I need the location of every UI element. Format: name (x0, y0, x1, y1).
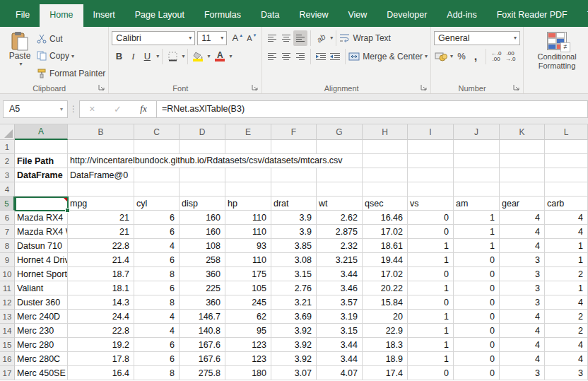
cell-B9[interactable]: 21.4 (68, 253, 134, 267)
cell-L11[interactable]: 1 (545, 281, 588, 295)
cell-A17[interactable]: Merc 450SE (15, 366, 68, 380)
font-dialog-launcher-icon[interactable] (252, 84, 259, 91)
cell-K4[interactable] (500, 182, 545, 197)
increase-decimal-button[interactable]: ←.0 .00 (489, 49, 503, 64)
cell-D10[interactable]: 360 (180, 267, 225, 281)
cell-F4[interactable] (271, 182, 317, 197)
cell-H13[interactable]: 20 (363, 310, 408, 324)
cell-I15[interactable]: 1 (408, 338, 454, 352)
cell-E9[interactable]: 110 (225, 253, 271, 267)
cell-K10[interactable]: 3 (500, 267, 545, 281)
cell-D5[interactable]: disp (180, 197, 225, 211)
font-name-select[interactable]: Calibri ▾ (112, 31, 195, 45)
cell-F11[interactable]: 2.76 (271, 281, 317, 295)
number-format-select[interactable]: General ▾ (434, 31, 520, 45)
font-color-button[interactable]: A (213, 49, 227, 64)
row-header-11[interactable]: 11 (0, 281, 15, 295)
cell-K16[interactable]: 4 (500, 352, 545, 366)
cell-G15[interactable]: 3.44 (317, 338, 363, 352)
column-header-g[interactable]: G (317, 124, 363, 140)
orientation-button[interactable]: ab (314, 30, 328, 46)
cell-D8[interactable]: 108 (180, 239, 225, 253)
tab-add-ins[interactable]: Add-ins (437, 4, 486, 27)
cell-E4[interactable] (225, 182, 271, 197)
cell-D16[interactable]: 167.6 (180, 352, 225, 366)
column-header-a[interactable]: A (15, 124, 68, 140)
cell-G11[interactable]: 3.46 (317, 281, 363, 295)
cell-I17[interactable]: 0 (408, 366, 454, 380)
column-header-l[interactable]: L (545, 124, 588, 140)
cell-L17[interactable]: 3 (545, 366, 588, 380)
wrap-text-button[interactable]: Wrap Text (339, 29, 391, 47)
cell-C8[interactable]: 4 (134, 239, 180, 253)
cell-H1[interactable] (363, 140, 408, 154)
italic-button[interactable]: I (126, 49, 140, 64)
cell-K6[interactable]: 4 (500, 211, 545, 225)
cell-G14[interactable]: 3.15 (317, 324, 363, 338)
underline-dropdown-icon[interactable]: ▾ (156, 53, 159, 59)
tab-team[interactable]: Team (577, 4, 588, 27)
cell-B12[interactable]: 14.3 (68, 295, 134, 310)
cell-H14[interactable]: 22.9 (363, 324, 408, 338)
column-header-b[interactable]: B (68, 124, 134, 140)
row-header-16[interactable]: 16 (0, 352, 15, 366)
cell-F6[interactable]: 3.9 (271, 211, 317, 225)
cell-H16[interactable]: 18.9 (363, 352, 408, 366)
cell-E12[interactable]: 245 (225, 295, 271, 310)
insert-function-icon[interactable]: fx (140, 103, 146, 115)
tab-page-layout[interactable]: Page Layout (125, 4, 194, 27)
merge-center-button[interactable]: Merge & Center ▾ (348, 47, 428, 66)
cell-E16[interactable]: 123 (225, 352, 271, 366)
cell-L7[interactable]: 4 (545, 225, 588, 239)
cell-K13[interactable]: 4 (500, 310, 545, 324)
row-header-10[interactable]: 10 (0, 267, 15, 281)
cell-E7[interactable]: 110 (225, 225, 271, 239)
align-center-button[interactable] (279, 49, 293, 64)
cell-I12[interactable]: 0 (408, 295, 454, 310)
cell-D12[interactable]: 360 (180, 295, 225, 310)
cell-E13[interactable]: 62 (225, 310, 271, 324)
cell-L12[interactable]: 4 (545, 295, 588, 310)
cell-H9[interactable]: 19.44 (363, 253, 408, 267)
cell-K11[interactable]: 3 (500, 281, 545, 295)
cell-F17[interactable]: 3.07 (271, 366, 317, 380)
cell-J9[interactable]: 0 (454, 253, 500, 267)
copy-button[interactable]: Copy ▾ (37, 47, 105, 64)
cell-F5[interactable]: drat (271, 197, 317, 211)
column-header-c[interactable]: C (134, 124, 180, 140)
row-header-13[interactable]: 13 (0, 310, 15, 324)
cell-E15[interactable]: 123 (225, 338, 271, 352)
fill-color-dropdown-icon[interactable]: ▾ (207, 53, 210, 59)
cell-H12[interactable]: 15.84 (363, 295, 408, 310)
cell-I13[interactable]: 1 (408, 310, 454, 324)
cell-F3[interactable] (271, 168, 317, 182)
cell-J12[interactable]: 0 (454, 295, 500, 310)
cell-L1[interactable] (545, 140, 588, 154)
tab-insert[interactable]: Insert (83, 4, 125, 27)
cell-F9[interactable]: 3.08 (271, 253, 317, 267)
percent-style-button[interactable]: % (454, 49, 469, 64)
align-left-button[interactable] (265, 49, 279, 64)
tab-review[interactable]: Review (289, 4, 338, 27)
decrease-indent-button[interactable] (314, 49, 328, 64)
cell-G13[interactable]: 3.19 (317, 310, 363, 324)
align-top-button[interactable] (265, 30, 279, 46)
tab-formulas[interactable]: Formulas (194, 4, 251, 27)
cell-B4[interactable] (68, 182, 134, 197)
cell-B11[interactable]: 18.1 (68, 281, 134, 295)
name-box[interactable]: A5 ▾ (3, 100, 68, 118)
cell-I8[interactable]: 1 (408, 239, 454, 253)
cell-J6[interactable]: 1 (454, 211, 500, 225)
cell-I14[interactable]: 1 (408, 324, 454, 338)
cell-A15[interactable]: Merc 280 (15, 338, 68, 352)
cell-J17[interactable]: 0 (454, 366, 500, 380)
cell-B2[interactable]: http://vincentarelbundock.github.io/Rdat… (68, 154, 134, 168)
comma-style-button[interactable]: , (469, 49, 483, 64)
cell-D6[interactable]: 160 (180, 211, 225, 225)
active-cell-selection[interactable] (15, 197, 69, 211)
cell-C16[interactable]: 6 (134, 352, 180, 366)
cell-K14[interactable]: 4 (500, 324, 545, 338)
grow-font-button[interactable]: A ▲ (230, 30, 245, 46)
tab-foxit-reader-pdf[interactable]: Foxit Reader PDF (487, 4, 577, 27)
cell-A8[interactable]: Datsun 710 (15, 239, 68, 253)
